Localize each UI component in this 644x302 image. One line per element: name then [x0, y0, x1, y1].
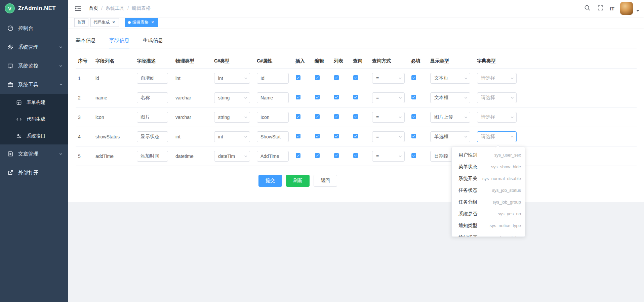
dict-option-notice-type[interactable]: 通知类型 sys_notice_type	[452, 220, 525, 231]
required-checkbox[interactable]	[411, 114, 416, 119]
csharp-type-select[interactable]: int	[214, 131, 250, 142]
header-csharp-property: C#属性	[254, 58, 293, 64]
insert-checkbox[interactable]	[296, 153, 300, 158]
edit-checkbox[interactable]	[315, 95, 320, 99]
sidebar-item-system-tools[interactable]: 系统工具	[0, 75, 68, 94]
sidebar-item-label: 表单构建	[27, 99, 45, 105]
csharp-type-select[interactable]: string	[214, 112, 250, 123]
query-checkbox[interactable]	[353, 95, 358, 99]
dict-type-select[interactable]: 请选择	[477, 131, 517, 142]
description-input[interactable]	[137, 131, 168, 142]
refresh-button[interactable]: 刷新	[286, 175, 310, 187]
dict-type-select[interactable]: 请选择	[477, 112, 517, 123]
csharp-property-input[interactable]	[257, 112, 289, 123]
edit-checkbox[interactable]	[315, 153, 320, 158]
sidebar-submenu-tools: 表单构建 代码生成 系统接口	[0, 94, 68, 144]
list-checkbox[interactable]	[334, 114, 339, 119]
sidebar-item-article-manage[interactable]: 文章管理	[0, 144, 68, 163]
csharp-property-input[interactable]	[257, 73, 289, 84]
tag-home[interactable]: 首页	[74, 18, 88, 27]
csharp-type-select[interactable]: int	[214, 73, 250, 84]
description-input[interactable]	[137, 73, 168, 84]
back-button[interactable]: 返回	[314, 175, 337, 187]
required-checkbox[interactable]	[411, 95, 416, 99]
dict-option-job-group[interactable]: 任务分组 sys_job_group	[452, 196, 525, 208]
description-input[interactable]	[137, 92, 168, 103]
fullscreen-button[interactable]	[597, 4, 604, 12]
csharp-property-input[interactable]	[257, 131, 289, 142]
tag-label: 代码生成	[93, 19, 110, 25]
insert-checkbox[interactable]	[296, 95, 300, 99]
search-button[interactable]	[583, 4, 591, 13]
query-checkbox[interactable]	[353, 153, 358, 158]
fullscreen-icon	[598, 5, 603, 12]
sidebar-item-code-generation[interactable]: 代码生成	[0, 111, 68, 128]
insert-checkbox[interactable]	[296, 134, 300, 138]
edit-checkbox[interactable]	[315, 75, 320, 80]
query-mode-select[interactable]: =	[372, 131, 405, 142]
column-name: id	[93, 76, 134, 81]
breadcrumb-separator: /	[127, 6, 129, 11]
sidebar-item-system-manage[interactable]: 系统管理	[0, 38, 68, 56]
tag-code-generation[interactable]: 代码生成 ×	[90, 18, 119, 27]
display-type-select[interactable]: 文本框	[430, 73, 470, 84]
dict-option-job-status[interactable]: 任务状态 sys_job_status	[452, 184, 525, 196]
csharp-property-input[interactable]	[257, 151, 289, 162]
submit-button[interactable]: 提交	[258, 175, 282, 187]
required-checkbox[interactable]	[411, 75, 416, 80]
sidebar-collapse-button[interactable]	[74, 5, 82, 12]
query-mode-select[interactable]: =	[372, 73, 405, 84]
sidebar-item-system-api[interactable]: 系统接口	[0, 128, 68, 144]
list-checkbox[interactable]	[334, 75, 339, 80]
edit-checkbox[interactable]	[315, 114, 320, 119]
document-icon	[7, 151, 13, 157]
sidebar-item-dashboard[interactable]: 控制台	[0, 19, 68, 38]
dict-option-yes-no[interactable]: 系统是否 sys_yes_no	[452, 208, 525, 220]
query-checkbox[interactable]	[353, 134, 358, 138]
query-mode-select[interactable]: =	[372, 151, 405, 162]
tab-generate-info[interactable]: 生成信息	[143, 35, 163, 48]
sidebar-item-external-open[interactable]: 外部打开	[0, 163, 68, 182]
csharp-type-select[interactable]: dateTim	[214, 151, 250, 162]
list-checkbox[interactable]	[334, 134, 339, 138]
query-mode-select[interactable]: =	[372, 92, 405, 103]
query-checkbox[interactable]	[353, 75, 358, 80]
list-checkbox[interactable]	[334, 95, 339, 99]
avatar[interactable]	[620, 2, 633, 15]
query-mode-select[interactable]: =	[372, 112, 405, 123]
query-checkbox[interactable]	[353, 114, 358, 119]
csharp-property-input[interactable]	[257, 92, 289, 103]
tag-label: 编辑表格	[132, 19, 149, 25]
insert-checkbox[interactable]	[296, 75, 300, 80]
insert-checkbox[interactable]	[296, 114, 300, 119]
close-icon[interactable]: ×	[150, 20, 155, 25]
tab-basic-info[interactable]: 基本信息	[76, 35, 96, 48]
tab-field-info[interactable]: 字段信息	[109, 35, 129, 48]
display-type-select[interactable]: 文本框	[430, 92, 470, 103]
required-checkbox[interactable]	[411, 153, 416, 158]
dict-type-select[interactable]: 请选择	[477, 73, 517, 84]
chevron-down-icon	[244, 154, 248, 158]
breadcrumb-home[interactable]: 首页	[89, 5, 98, 11]
description-input[interactable]	[137, 112, 168, 123]
list-checkbox[interactable]	[334, 153, 339, 158]
breadcrumb-system-tools[interactable]: 系统工具	[106, 5, 124, 11]
dict-option-show-hide[interactable]: 菜单状态 sys_show_hide	[452, 161, 525, 173]
csharp-type-select[interactable]: string	[214, 92, 250, 103]
display-type-select[interactable]: 图片上传	[430, 112, 470, 123]
edit-checkbox[interactable]	[315, 134, 320, 138]
display-type-select[interactable]: 单选框	[430, 131, 470, 142]
required-checkbox[interactable]	[411, 134, 416, 138]
sidebar-item-form-builder[interactable]: 表单构建	[0, 94, 68, 111]
dict-option-notice-status[interactable]: 通知状态 sys_notice_status	[452, 231, 525, 237]
dict-option-user-sex[interactable]: 用户性别 sys_user_sex	[452, 149, 525, 161]
dict-option-normal-disable[interactable]: 系统开关 sys_normal_disable	[452, 173, 525, 184]
caret-down-icon[interactable]	[636, 10, 639, 12]
dict-type-select[interactable]: 请选择	[477, 92, 517, 103]
tag-edit-table[interactable]: 编辑表格 ×	[125, 18, 158, 27]
description-input[interactable]	[137, 151, 168, 162]
close-icon[interactable]: ×	[111, 20, 116, 25]
sidebar-item-system-monitor[interactable]: 系统监控	[0, 56, 68, 75]
brand-logo[interactable]: V ZrAdmin.NET	[0, 0, 68, 17]
font-size-button[interactable]: tT	[610, 6, 614, 11]
